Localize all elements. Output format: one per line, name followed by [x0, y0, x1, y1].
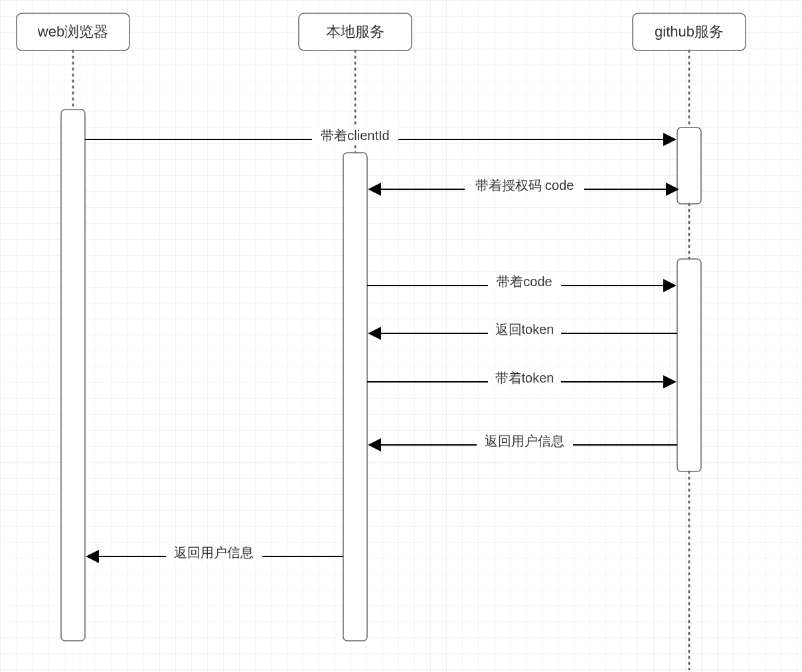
message-m7-label: 返回用户信息: [174, 545, 254, 560]
participant-web-label: web浏览器: [37, 23, 108, 40]
message-m1-label: 带着clientId: [321, 128, 389, 143]
message-m5-label: 带着token: [495, 371, 554, 385]
message-m3-label: 带着code: [497, 274, 552, 289]
message-m7: 返回用户信息: [88, 545, 343, 562]
message-m4: 返回token: [370, 321, 677, 339]
message-m4-label: 返回token: [495, 322, 554, 337]
message-m5: 带着token: [367, 370, 675, 387]
activation-web: [61, 110, 85, 641]
participant-local: 本地服务: [299, 13, 412, 641]
sequence-diagram: web浏览器 本地服务 github服务 带着clientId 带着授权码 co…: [0, 0, 802, 672]
participant-github-label: github服务: [655, 23, 724, 40]
message-m3: 带着code: [367, 274, 675, 291]
message-m2-line: 带着授权码 code: [370, 177, 677, 195]
participant-local-label: 本地服务: [326, 23, 384, 40]
message-m2-label: 带着授权码 code: [475, 178, 574, 193]
activation-github-2: [677, 259, 701, 471]
participant-web: web浏览器: [17, 13, 129, 641]
activation-github-1: [677, 127, 701, 204]
activation-local: [343, 153, 367, 641]
message-m6: 返回用户信息: [370, 433, 677, 450]
message-m1: 带着clientId: [85, 127, 675, 145]
message-m6-label: 返回用户信息: [485, 434, 564, 448]
participant-github: github服务: [633, 13, 746, 669]
